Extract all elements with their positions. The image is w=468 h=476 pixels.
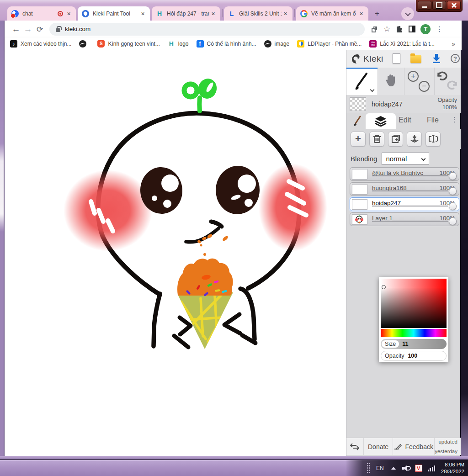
- tab-close-icon[interactable]: [357, 10, 365, 17]
- help-button[interactable]: [451, 54, 460, 63]
- bookmark-star-icon[interactable]: [383, 24, 390, 34]
- merge-layer-button[interactable]: [407, 132, 422, 147]
- tab-layers[interactable]: [366, 113, 396, 129]
- zoom-in-button[interactable]: [408, 71, 419, 82]
- bookmark-globe[interactable]: [79, 40, 90, 48]
- save-download-button[interactable]: [432, 54, 441, 63]
- tab-close-icon[interactable]: [209, 10, 217, 17]
- tab-label: Kleki Paint Tool: [93, 11, 139, 17]
- shopee-icon: [97, 40, 105, 48]
- address-bar[interactable]: kleki.com: [49, 23, 365, 36]
- hue-strip[interactable]: [381, 329, 447, 337]
- profile-avatar[interactable]: T: [420, 24, 431, 34]
- slider-knob[interactable]: [449, 202, 457, 210]
- bookmark-label: Xem các video thịn...: [21, 41, 71, 47]
- minimize-button[interactable]: [418, 1, 431, 10]
- sprout: [184, 77, 219, 111]
- redo-icon[interactable]: [447, 80, 458, 90]
- blending-select[interactable]: normal: [382, 153, 429, 165]
- bookmarks-overflow-icon[interactable]: [452, 40, 455, 48]
- tab-label: Vẽ mầm ăn kem ổ: [311, 11, 357, 17]
- layer-row[interactable]: @tui là vk Brightvc 100%: [350, 167, 459, 181]
- bookmark-image[interactable]: image: [264, 40, 290, 48]
- bookmark-ldplayer[interactable]: LDPlayer - Phần mề...: [297, 40, 362, 48]
- tab-giai-skills[interactable]: Giải Skills 2 Unit 1: [224, 6, 292, 21]
- rename-layer-button[interactable]: [425, 132, 441, 147]
- maximize-button[interactable]: [432, 1, 446, 10]
- loigiaihay-favicon: [228, 10, 235, 17]
- delete-layer-button[interactable]: [369, 132, 384, 147]
- bookmark-facebook[interactable]: Có thể là hình ảnh...: [197, 40, 256, 48]
- unikey-tray-icon[interactable]: V: [415, 465, 422, 472]
- speaker-icon[interactable]: [402, 465, 410, 471]
- desktop-edge-right: [460, 18, 468, 460]
- zoom-out-button[interactable]: [419, 81, 430, 92]
- layer-row[interactable]: Layer 1 100%: [350, 212, 459, 226]
- brush-opacity-slider[interactable]: Opacity 100: [381, 351, 447, 361]
- new-tab-button[interactable]: [371, 8, 383, 20]
- tab-close-icon[interactable]: [139, 10, 147, 17]
- tab-label: Hỏi đáp 247 - tran: [167, 11, 209, 17]
- tab-search-button[interactable]: [401, 7, 414, 20]
- duplicate-layer-button[interactable]: [388, 132, 403, 147]
- saturation-value-box[interactable]: [381, 279, 447, 328]
- tab-close-icon[interactable]: [65, 10, 73, 17]
- taskbar-clock[interactable]: 8:06 PM 28/3/2022: [441, 461, 468, 475]
- slider-knob[interactable]: [449, 217, 457, 225]
- tab-brush-icon[interactable]: [352, 116, 362, 127]
- layer-opacity-slider[interactable]: [372, 175, 448, 176]
- show-hidden-icons-arrow[interactable]: [391, 467, 396, 470]
- side-panel-icon[interactable]: [409, 26, 415, 32]
- tab-edit[interactable]: Edit: [399, 116, 411, 124]
- add-layer-button[interactable]: [351, 132, 366, 147]
- tab-chat[interactable]: chat: [7, 6, 76, 21]
- drawing-canvas[interactable]: [5, 50, 346, 456]
- close-button[interactable]: [447, 1, 461, 10]
- tab-hoidap247[interactable]: Hỏi đáp 247 - tran: [152, 6, 220, 21]
- slider-knob[interactable]: [449, 187, 457, 195]
- share-icon[interactable]: [370, 25, 378, 33]
- bookmark-momo[interactable]: Lắc Xì 2021: Lắc là t...: [369, 40, 434, 48]
- brush-size-slider[interactable]: Size 11: [381, 339, 447, 349]
- extensions-puzzle-icon[interactable]: [395, 25, 404, 33]
- slider-knob[interactable]: [449, 172, 457, 180]
- tab-ve-mam[interactable]: Vẽ mầm ăn kem ổ: [296, 6, 368, 21]
- undo-icon[interactable]: [436, 71, 447, 81]
- bookmark-label: Kính gọng teen vint...: [108, 41, 160, 47]
- taskbar-grip: [367, 462, 371, 474]
- layer-row-selected[interactable]: hoidap247 100%: [350, 197, 459, 211]
- swap-button[interactable]: [346, 438, 364, 455]
- kleki-favicon: [82, 10, 89, 17]
- brush-tool-button[interactable]: [346, 68, 378, 95]
- trash-icon: [373, 134, 381, 143]
- open-file-button[interactable]: [410, 55, 421, 63]
- donate-button[interactable]: Donate: [364, 438, 393, 455]
- layer-opacity-slider[interactable]: [372, 221, 448, 222]
- bookmark-logo[interactable]: logo: [168, 40, 189, 48]
- panel-menu-icon[interactable]: [451, 116, 458, 124]
- kleki-side-panel: Kleki: [346, 50, 460, 456]
- feedback-button[interactable]: Feedback: [393, 438, 435, 455]
- layer-opacity-slider[interactable]: [372, 206, 448, 206]
- tab-close-icon[interactable]: [282, 10, 289, 17]
- forward-icon[interactable]: [22, 24, 34, 34]
- language-indicator[interactable]: EN: [376, 465, 384, 471]
- back-icon[interactable]: [10, 24, 22, 34]
- network-signal-icon[interactable]: [428, 465, 436, 471]
- bookmark-shopee[interactable]: Kính gọng teen vint...: [97, 40, 160, 48]
- windows-taskbar[interactable]: EN V 8:06 PM 28/3/2022: [0, 460, 468, 476]
- color-cursor[interactable]: [382, 285, 386, 289]
- layer-row[interactable]: huongtra168 100%: [350, 182, 459, 196]
- brush-options-chevron-icon[interactable]: [370, 88, 375, 92]
- donate-label: Donate: [368, 443, 388, 450]
- tiktok-icon: [10, 40, 17, 48]
- bookmark-tiktok[interactable]: Xem các video thịn...: [10, 40, 71, 48]
- layer-opacity-slider[interactable]: [372, 190, 448, 191]
- tab-file[interactable]: File: [427, 116, 439, 124]
- browser-menu-icon[interactable]: [436, 25, 443, 33]
- tab-kleki[interactable]: Kleki Paint Tool: [78, 6, 150, 21]
- new-image-button[interactable]: [393, 53, 400, 63]
- h-logo-icon: [168, 40, 175, 48]
- hand-tool-button[interactable]: [378, 68, 404, 95]
- reload-icon[interactable]: [34, 24, 46, 34]
